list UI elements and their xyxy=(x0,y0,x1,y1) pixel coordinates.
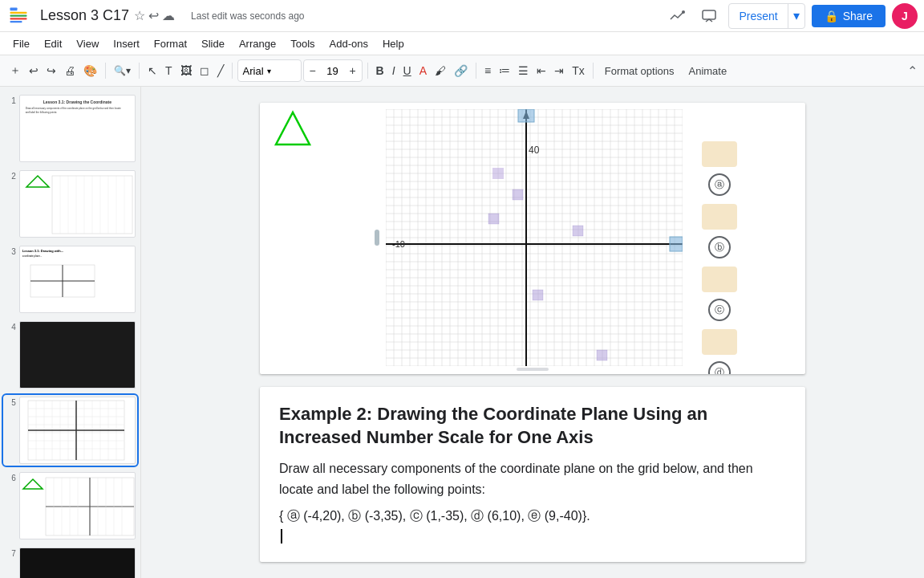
coord-grid-svg: 40 -10 xyxy=(386,109,683,366)
green-triangle xyxy=(273,109,313,148)
svg-rect-5 xyxy=(10,21,22,22)
bullets-button[interactable]: ☰ xyxy=(515,59,532,82)
menu-help[interactable]: Help xyxy=(376,36,411,51)
undo-icon[interactable]: ↩ xyxy=(148,8,159,23)
format-options-button[interactable]: Format options xyxy=(598,65,681,77)
slide-number-7: 7 xyxy=(5,547,16,558)
top-right-actions: Present ▾ 🔒 Share J xyxy=(664,3,918,29)
menu-addons[interactable]: Add-ons xyxy=(323,36,375,51)
doc-title-area: Lesson 3 C17 ☆ ↩ ☁ xyxy=(40,7,175,24)
analytics-icon[interactable] xyxy=(664,3,690,29)
font-size-value[interactable]: 19 xyxy=(322,65,344,77)
example-title: Example 2: Drawing the Coordinate Plane … xyxy=(279,403,786,449)
bold-button[interactable]: B xyxy=(373,59,387,82)
svg-rect-1 xyxy=(10,7,18,10)
label-box-a xyxy=(702,141,737,167)
slide-item-1[interactable]: 1 Lesson 3.1: Drawing the Coordinate Dra… xyxy=(3,93,137,164)
toolbar-separator-4 xyxy=(367,63,368,79)
avatar[interactable]: J xyxy=(892,3,918,29)
label-circle-c: ⓒ xyxy=(708,299,731,321)
slide-item-6[interactable]: 6 xyxy=(3,470,137,541)
text-color-button[interactable]: A xyxy=(416,59,430,82)
slide-number-4: 4 xyxy=(5,321,16,332)
font-size-decrease[interactable]: − xyxy=(304,59,322,82)
menu-edit[interactable]: Edit xyxy=(38,36,68,51)
file-menu-bar: File Edit View Insert Format Slide Arran… xyxy=(0,32,924,55)
italic-button[interactable]: I xyxy=(389,59,399,82)
menu-insert[interactable]: Insert xyxy=(107,36,146,51)
slide-item-4[interactable]: 4 xyxy=(3,320,137,390)
menu-format[interactable]: Format xyxy=(148,36,193,51)
paint-button[interactable]: 🎨 xyxy=(80,59,100,82)
svg-marker-42 xyxy=(23,479,43,489)
right-labels: ⓐ ⓑ ⓒ xyxy=(702,109,737,374)
doc-title[interactable]: Lesson 3 C17 xyxy=(40,7,129,24)
svg-rect-7 xyxy=(703,10,715,19)
underline-button[interactable]: U xyxy=(400,59,415,82)
new-slide-button[interactable]: ＋ xyxy=(6,59,24,82)
link-button[interactable]: 🔗 xyxy=(451,59,471,82)
svg-point-6 xyxy=(682,10,685,14)
coord-grid-container[interactable]: 40 -10 xyxy=(386,109,683,369)
share-label: Share xyxy=(843,10,873,22)
highlight-button[interactable]: 🖌 xyxy=(432,59,449,82)
example-body-1: Draw all necessary components of the coo… xyxy=(279,458,786,499)
slide-number-5: 5 xyxy=(5,397,16,407)
present-chevron-icon[interactable]: ▾ xyxy=(788,4,804,28)
redo-button[interactable]: ↪ xyxy=(43,59,59,82)
cursor-blink xyxy=(281,529,282,543)
print-button[interactable]: 🖨 xyxy=(61,59,79,82)
svg-rect-135 xyxy=(533,290,543,300)
menu-view[interactable]: View xyxy=(70,36,105,51)
image-tool[interactable]: 🖼 xyxy=(177,59,195,82)
shape-tool[interactable]: ◻ xyxy=(197,59,213,82)
slide-thumb-6 xyxy=(19,472,136,539)
slide-canvas-5[interactable]: 40 -10 xyxy=(260,103,805,374)
main-area: 1 Lesson 3.1: Drawing the Coordinate Dra… xyxy=(0,87,924,578)
slide-thumb-5 xyxy=(19,397,136,464)
slide-item-7[interactable]: 7 xyxy=(3,546,137,578)
present-button[interactable]: Present ▾ xyxy=(728,3,804,29)
share-lock-icon: 🔒 xyxy=(825,10,838,22)
comment-icon[interactable] xyxy=(696,3,722,29)
cloud-icon[interactable]: ☁ xyxy=(162,8,175,23)
content-area: 40 -10 xyxy=(141,87,924,578)
font-dropdown-icon: ▾ xyxy=(267,67,271,75)
indent-increase[interactable]: ⇥ xyxy=(551,59,567,82)
menu-arrange[interactable]: Arrange xyxy=(233,36,282,51)
label-box-d xyxy=(702,329,737,355)
menu-slide[interactable]: Slide xyxy=(195,36,231,51)
app-logo[interactable] xyxy=(6,4,30,28)
line-tool[interactable]: ╱ xyxy=(214,59,227,82)
collapse-toolbar-button[interactable]: ⌃ xyxy=(907,63,918,79)
menu-tools[interactable]: Tools xyxy=(284,36,321,51)
slide-item-3[interactable]: 3 Lesson 3.1: Drawing with... coordinate… xyxy=(3,244,137,315)
font-size-increase[interactable]: + xyxy=(344,59,362,82)
text-content-area[interactable]: Example 2: Drawing the Coordinate Plane … xyxy=(260,387,805,562)
text-cursor xyxy=(279,527,786,546)
label-circle-d: ⓓ xyxy=(708,361,731,374)
svg-marker-8 xyxy=(26,176,49,187)
svg-rect-133 xyxy=(513,189,523,200)
font-selector[interactable]: Arial ▾ xyxy=(237,59,302,82)
align-button[interactable]: ≡ xyxy=(481,59,494,82)
slide-thumb-4 xyxy=(19,321,136,389)
cursor-tool[interactable]: ↖ xyxy=(144,59,160,82)
slide-item-5[interactable]: 5 xyxy=(3,395,137,466)
undo-button[interactable]: ↩ xyxy=(26,59,42,82)
animate-button[interactable]: Animate xyxy=(682,65,733,77)
svg-marker-58 xyxy=(276,112,310,144)
share-button[interactable]: 🔒 Share xyxy=(812,5,886,27)
label-circle-a: ⓐ xyxy=(708,173,731,196)
label-box-b xyxy=(702,204,737,230)
star-icon[interactable]: ☆ xyxy=(134,8,145,23)
text-box-tool[interactable]: T xyxy=(162,59,176,82)
zoom-button[interactable]: 🔍▾ xyxy=(111,59,134,82)
svg-rect-4 xyxy=(10,18,27,19)
font-size-area: − 19 + xyxy=(303,59,363,82)
clear-format[interactable]: Tx xyxy=(569,59,588,82)
numbering-button[interactable]: ≔ xyxy=(496,59,513,82)
menu-file[interactable]: File xyxy=(6,36,36,51)
indent-decrease[interactable]: ⇤ xyxy=(533,59,549,82)
slide-item-2[interactable]: 2 xyxy=(3,169,137,239)
